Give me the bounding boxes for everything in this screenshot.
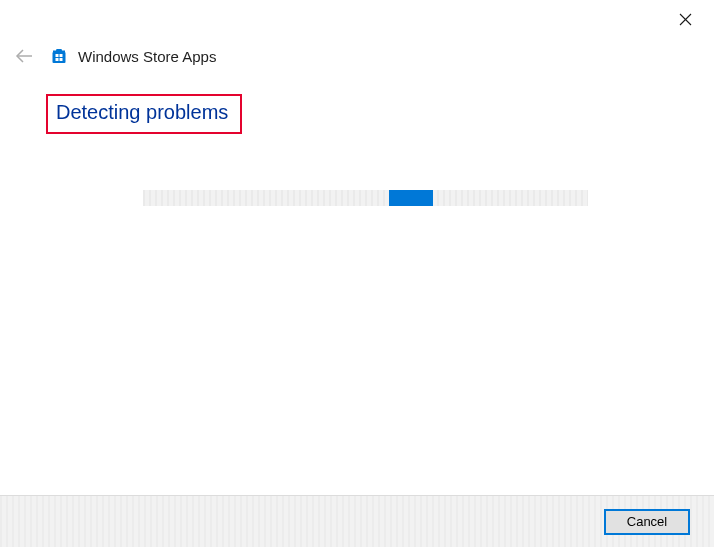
window-title: Windows Store Apps xyxy=(78,48,216,65)
content-area: Detecting problems xyxy=(0,76,714,206)
titlebar xyxy=(0,0,714,36)
footer: Cancel xyxy=(0,495,714,547)
svg-rect-5 xyxy=(60,54,63,57)
cancel-button[interactable]: Cancel xyxy=(604,509,690,535)
svg-rect-3 xyxy=(53,52,66,63)
svg-rect-6 xyxy=(56,58,59,61)
back-arrow-icon xyxy=(15,49,33,63)
progress-bar xyxy=(143,190,588,206)
store-icon xyxy=(50,47,68,65)
status-highlight-box: Detecting problems xyxy=(46,94,242,134)
svg-rect-4 xyxy=(56,54,59,57)
progress-chunk xyxy=(389,190,433,206)
header: Windows Store Apps xyxy=(0,36,714,76)
svg-rect-7 xyxy=(60,58,63,61)
close-button[interactable] xyxy=(662,4,708,34)
back-button[interactable] xyxy=(14,46,34,66)
progress-area xyxy=(46,190,684,206)
close-icon xyxy=(679,13,692,26)
status-text: Detecting problems xyxy=(56,101,228,124)
